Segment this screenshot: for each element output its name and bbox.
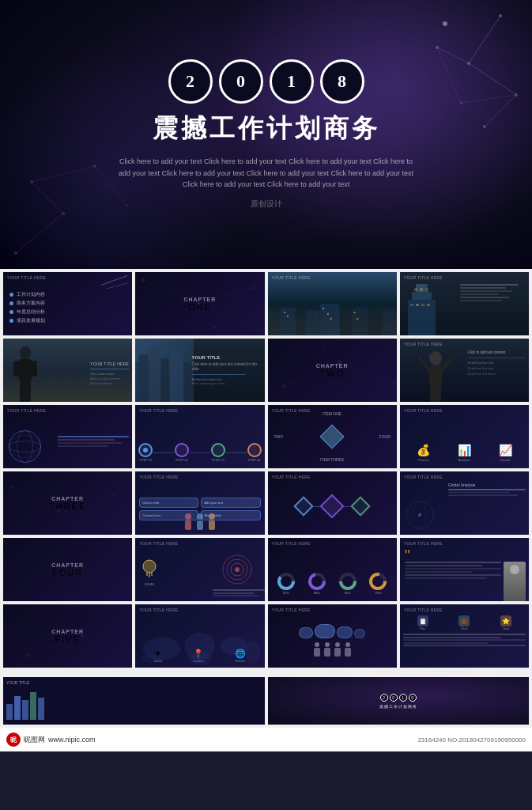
diamond-f1 [293, 496, 313, 516]
person-fig-1 [183, 513, 193, 532]
info-icon-3: ⭐ Goal [500, 615, 511, 630]
year-digit-1: 2 [168, 59, 213, 104]
bubble-2: Add your text [201, 498, 260, 508]
building-graphic [404, 284, 440, 335]
person-photo-block [504, 562, 526, 601]
bottom-preview: YOUR TITLE 2 0 1 8 震撼工作计划商务 [0, 674, 532, 728]
slide-5-3[interactable]: YOUR TITLE HERE 52% 80% [268, 538, 397, 601]
circle-item-1: STEP 01 [138, 443, 153, 462]
chapter-two-label: CHAPTER [316, 363, 349, 369]
svg-point-130 [325, 642, 330, 647]
svg-line-3 [437, 47, 469, 63]
slide-6-3[interactable]: YOUR TITLE HERE [268, 604, 397, 668]
icon-info-label-1: Plan [420, 627, 425, 630]
slide-3-3[interactable]: YOUR TITLE HERE ITEM ONE ITEM THREE TWO … [268, 405, 397, 468]
target-icon [221, 554, 253, 585]
slide-4-1[interactable]: CHAPTER THREE [3, 471, 132, 535]
slide-3-1[interactable]: YOUR TITLE HERE [3, 405, 132, 468]
slide-5-1[interactable]: CHAPTER FOUR [3, 538, 132, 601]
bullet-item: 年度总结分析 [9, 309, 126, 315]
slide-4-2[interactable]: YOUR TITLE HERE Click to edit Add your t… [135, 471, 264, 535]
finance-label-1: Finance [418, 458, 429, 462]
slide-4-4[interactable]: YOUR TITLE HERE Global Analysis [400, 471, 529, 535]
svg-point-98 [418, 513, 421, 517]
donut-chart-4 [369, 573, 387, 590]
bullet-item: 项目发展规划 [9, 318, 126, 324]
slide-6-2[interactable]: YOUR TITLE HERE ✈ Global 📍 Locatio [135, 604, 264, 668]
slide-6-4[interactable]: YOUR TITLE HERE 📋 Plan 💼 Work ⭐ Goal [400, 604, 529, 668]
slide-2-1[interactable]: YOUR TITLE HERE Text content here Add yo… [3, 339, 132, 402]
grid-row-3: YOUR TITLE HERE YOUR TITLE HERE [3, 405, 529, 468]
person-silhouette [9, 346, 41, 402]
person-fig-3 [207, 513, 217, 532]
bullet-item: 商务方案内容 [9, 301, 126, 306]
text-lines-1-4 [460, 284, 525, 301]
slide-2-2[interactable]: YOUR TITLE HERE YOUR TITLE Click here to… [135, 339, 264, 402]
year-digit-3: 1 [270, 59, 314, 104]
donut-label-4: 76% [375, 591, 381, 595]
svg-point-27 [253, 287, 255, 290]
slide-6-1[interactable]: CHAPTER FIVE [3, 604, 132, 668]
slide-title-5-2: YOUR TITLE HERE [139, 541, 178, 546]
slide-title-4-4: YOUR TITLE HERE [404, 475, 443, 479]
svg-rect-48 [414, 288, 417, 291]
chapter-three-block: CHAPTER THREE [49, 496, 86, 511]
slide-1-1[interactable]: YOUR TITLE HERE 工作计划内容 商务方案内容 年度总结分析 项目发… [3, 272, 132, 335]
hero-section: 2 0 1 8 震撼工作计划商务 Click here to add your … [0, 0, 532, 269]
slide-1-3[interactable]: YOUR TITLE HERE [268, 272, 397, 335]
chapter-three-title: THREE [49, 502, 86, 511]
nipic-logo-icon: 昵 [6, 732, 21, 747]
donut-label-2: 80% [314, 591, 320, 595]
finance-item-2: 📊 Analysis [458, 444, 471, 462]
chapter-two-title: TWO [316, 369, 349, 378]
svg-rect-58 [31, 361, 37, 377]
slide-1-4[interactable]: YOUR TITLE HERE [400, 272, 529, 335]
svg-rect-91 [185, 520, 191, 530]
slide-2-3[interactable]: CHAPTER TWO [268, 339, 397, 402]
svg-point-17 [14, 252, 17, 255]
svg-point-18 [62, 212, 65, 215]
location-icon: 📍 [193, 649, 204, 659]
slide-title-6-3: YOUR TITLE HERE [272, 608, 311, 612]
slide-3-2[interactable]: YOUR TITLE HERE STEP 01 STEP 02 STEP 03 [135, 405, 264, 468]
svg-line-14 [32, 182, 63, 214]
preview-small-2[interactable]: 2 0 1 8 震撼工作计划商务 [268, 677, 530, 725]
diamond-left: TWO [274, 434, 284, 439]
svg-point-7 [467, 62, 470, 65]
diamond-f2 [320, 494, 345, 518]
person-head [510, 565, 519, 574]
circle-label-3: STEP 03 [212, 458, 224, 462]
circle-item-4: STEP 04 [247, 443, 262, 462]
svg-point-25 [141, 278, 145, 282]
bulb-section: IDEAS [141, 558, 157, 586]
person-s4 [344, 642, 352, 657]
slide-title-1-3: YOUR TITLE HERE [272, 275, 311, 280]
slide-5-2[interactable]: YOUR TITLE HERE IDEAS [135, 538, 264, 601]
watermark-site: 昵图网 [24, 735, 45, 745]
chapter-title-one: ONE [183, 302, 216, 312]
svg-rect-131 [324, 648, 330, 657]
svg-line-4 [437, 47, 461, 103]
grid-row-5: CHAPTER FOUR YOUR TITLE HERE IDEAS [3, 538, 529, 601]
slide-2-4[interactable]: YOUR TITLE HERE Click to add text conten… [400, 339, 529, 402]
dotted-globe [404, 499, 436, 531]
hero-year: 2 0 1 8 [168, 59, 364, 104]
circle-label-4: STEP 04 [248, 458, 261, 462]
slide-4-3[interactable]: YOUR TITLE HERE [268, 471, 397, 535]
svg-rect-39 [287, 316, 289, 317]
finance-icons: 💰 Finance 📊 Analysis 📈 Growth [400, 444, 529, 462]
quote-text [405, 562, 501, 579]
hero-brand: 原创设计 [251, 199, 282, 210]
svg-rect-133 [334, 648, 341, 657]
slide-3-4[interactable]: YOUR TITLE HERE 💰 Finance 📊 Analysis 📈 G… [400, 405, 529, 468]
slide-1-2[interactable]: CHAPTER ONE [135, 272, 264, 335]
slide-5-4[interactable]: YOUR TITLE HERE " [400, 538, 529, 601]
icon-info-label-3: Goal [503, 627, 508, 630]
preview-small-1[interactable]: YOUR TITLE [3, 677, 265, 725]
grid-row-4: CHAPTER THREE YOUR TITLE HERE Click to e… [3, 471, 529, 535]
svg-point-94 [209, 513, 215, 520]
grid-row-6: CHAPTER FIVE YOUR TITLE HERE ✈ Globa [3, 604, 529, 668]
donut-chart-1 [277, 573, 295, 590]
hero-subtitle: Click here to add your text Click here t… [116, 156, 417, 190]
circle-item-2: STEP 02 [175, 443, 189, 462]
